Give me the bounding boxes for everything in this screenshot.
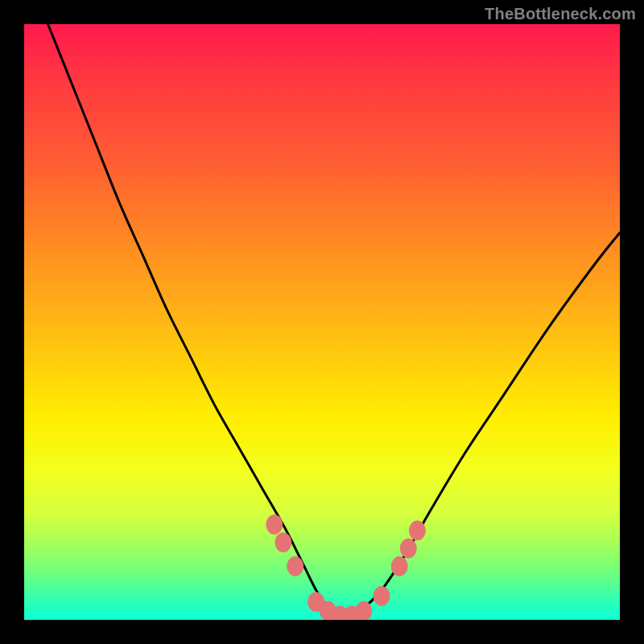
curve-marker <box>266 515 283 535</box>
curve-marker <box>409 521 425 540</box>
curve-marker <box>275 533 291 552</box>
chart-frame: TheBottleneck.com <box>0 0 644 644</box>
curve-marker <box>356 601 372 620</box>
curve-marker <box>391 556 407 576</box>
curve-marker <box>287 556 303 576</box>
curve-marker <box>400 539 416 558</box>
watermark-label: TheBottleneck.com <box>485 5 636 23</box>
marker-group <box>266 515 426 620</box>
plot-area <box>24 24 620 620</box>
curve-marker <box>374 586 390 605</box>
bottleneck-curve <box>48 24 620 618</box>
curve-layer <box>24 24 620 620</box>
